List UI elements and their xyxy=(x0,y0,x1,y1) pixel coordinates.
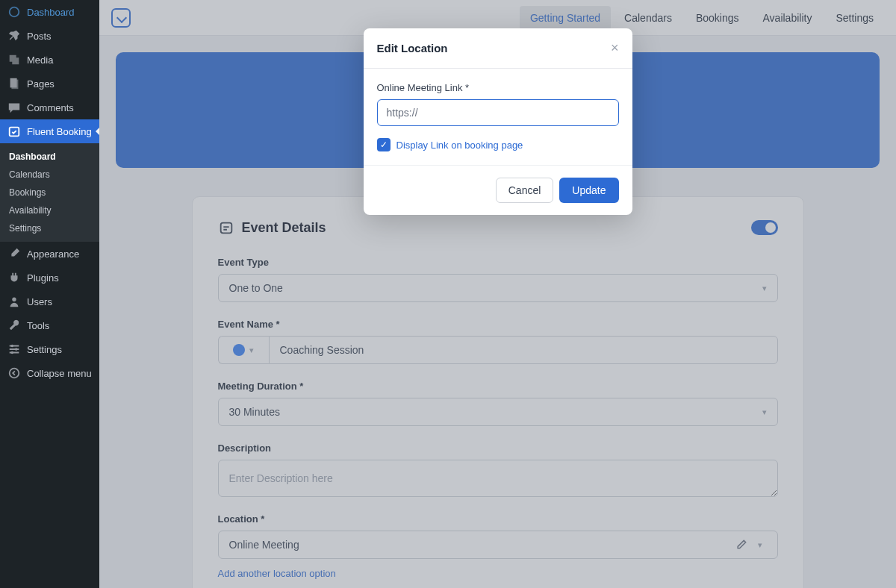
wp-sub-availability[interactable]: Availability xyxy=(0,201,99,219)
wp-menu-label: Comments xyxy=(27,102,74,113)
media-icon xyxy=(7,53,21,66)
svg-rect-2 xyxy=(10,128,19,137)
svg-point-7 xyxy=(10,369,19,378)
wp-menu-comments[interactable]: Comments xyxy=(0,96,99,119)
wp-admin-sidebar: Dashboard Posts Media Pages Comments Flu… xyxy=(0,0,99,588)
main-area: Getting Started Calendars Bookings Avail… xyxy=(99,0,896,588)
sliders-icon xyxy=(7,343,21,356)
wp-menu-users[interactable]: Users xyxy=(0,290,99,313)
collapse-icon xyxy=(7,366,21,380)
wp-sub-calendars[interactable]: Calendars xyxy=(0,166,99,184)
modal-title: Edit Location xyxy=(377,42,448,54)
wp-sub-bookings[interactable]: Bookings xyxy=(0,184,99,201)
edit-location-modal: Edit Location × Online Meeting Link * ✓ … xyxy=(364,28,632,215)
user-icon xyxy=(7,295,21,308)
calendar-check-icon xyxy=(7,125,21,138)
wp-menu-plugins[interactable]: Plugins xyxy=(0,266,99,290)
page-icon xyxy=(7,77,21,90)
brush-icon xyxy=(7,247,21,260)
wp-menu-label: Settings xyxy=(27,344,62,355)
wp-menu-label: Posts xyxy=(27,31,52,42)
display-link-checkbox[interactable]: ✓ xyxy=(377,138,391,151)
wp-menu-tools[interactable]: Tools xyxy=(0,313,99,337)
wp-menu-label: Users xyxy=(27,296,52,307)
wp-sub-dashboard[interactable]: Dashboard xyxy=(0,148,99,166)
meeting-link-label: Online Meeting Link * xyxy=(377,82,619,93)
wp-menu-media[interactable]: Media xyxy=(0,48,99,72)
comment-icon xyxy=(7,101,21,114)
display-link-checkbox-label: Display Link on booking page xyxy=(396,140,523,151)
wp-menu-label: Media xyxy=(27,54,53,66)
wp-submenu: Dashboard Calendars Bookings Availabilit… xyxy=(0,143,99,242)
wp-sub-settings[interactable]: Settings xyxy=(0,219,99,237)
wp-menu-fluent-booking[interactable]: Fluent Booking xyxy=(0,119,99,143)
plug-icon xyxy=(7,271,21,284)
wp-menu-label: Tools xyxy=(27,320,49,331)
wp-menu-appearance[interactable]: Appearance xyxy=(0,242,99,266)
meeting-link-input[interactable] xyxy=(377,99,619,126)
svg-point-6 xyxy=(11,351,14,354)
gauge-icon xyxy=(7,5,21,19)
svg-rect-1 xyxy=(11,80,18,90)
wp-menu-label: Appearance xyxy=(27,248,79,260)
wrench-icon xyxy=(7,319,21,332)
wp-menu-posts[interactable]: Posts xyxy=(0,24,99,48)
svg-point-3 xyxy=(12,298,16,301)
svg-point-4 xyxy=(11,345,14,348)
wp-menu-settings[interactable]: Settings xyxy=(0,337,99,361)
update-button[interactable]: Update xyxy=(559,178,618,203)
wp-menu-label: Collapse menu xyxy=(27,368,92,379)
svg-point-5 xyxy=(15,348,18,351)
wp-menu-label: Fluent Booking xyxy=(27,126,92,137)
wp-menu-label: Plugins xyxy=(27,272,59,284)
wp-menu-label: Dashboard xyxy=(27,7,75,18)
wp-menu-pages[interactable]: Pages xyxy=(0,72,99,96)
pin-icon xyxy=(7,29,21,43)
cancel-button[interactable]: Cancel xyxy=(496,178,554,203)
wp-menu-collapse[interactable]: Collapse menu xyxy=(0,361,99,385)
wp-menu-dashboard[interactable]: Dashboard xyxy=(0,0,99,24)
close-icon[interactable]: × xyxy=(611,40,619,56)
wp-menu-label: Pages xyxy=(27,78,55,90)
